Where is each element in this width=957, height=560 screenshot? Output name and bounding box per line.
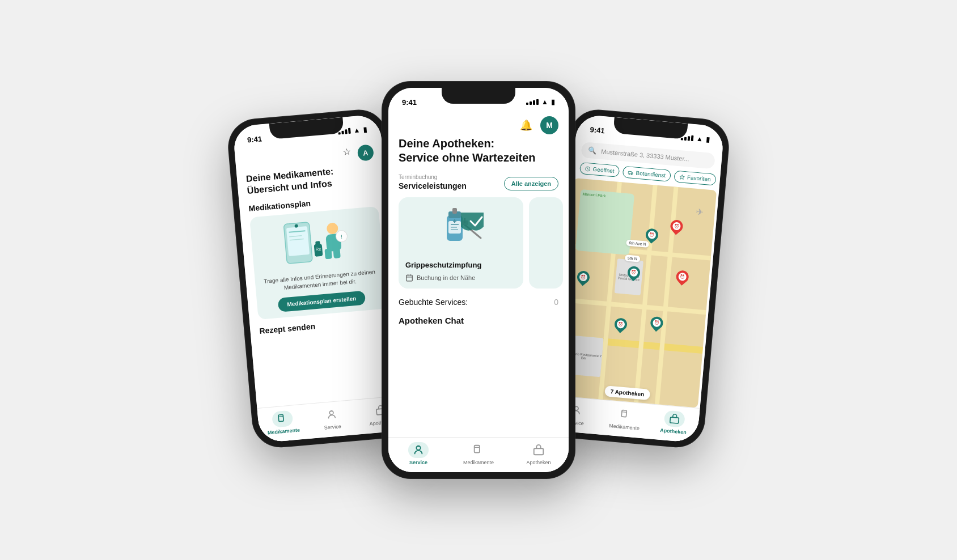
service-cards-row: Grippeschutzimpfung Buchung in der Nähe [388, 197, 569, 289]
phones-container: 9:41 ▲ ▮ ☆ [223, 82, 734, 478]
svg-rect-11 [315, 241, 320, 246]
svg-point-46 [574, 406, 578, 410]
right-screen: 9:41 ▲ ▮ 🔍 Musterst [550, 114, 725, 443]
svg-marker-45 [680, 175, 685, 180]
nav-service-left[interactable]: Service [314, 405, 350, 431]
star-icon-filter [679, 174, 685, 180]
medi-illustration: Rx ! [256, 212, 378, 273]
apotheken-chat-label: Apotheken Chat [388, 311, 569, 330]
clock-icon [585, 166, 591, 172]
nav-medikamente-left[interactable]: Medikamente [265, 409, 300, 435]
map-pin-2[interactable]: ⏰ [612, 315, 630, 333]
nav-apotheken-label-right: Apotheken [660, 427, 687, 435]
location-arrow-icon[interactable]: ✈ [696, 206, 704, 218]
nav-medikamente-center[interactable]: Medikamente [461, 442, 496, 465]
search-text-right: Musterstraße 3, 33333 Muster... [601, 148, 689, 163]
grippeschutz-image [405, 204, 516, 255]
svg-rect-38 [475, 446, 480, 453]
bottom-nav-center: Service Medikamente [388, 437, 569, 472]
status-icons-right: ▲ ▮ [681, 133, 710, 143]
svg-point-6 [326, 222, 338, 235]
center-header: 🔔 M [388, 113, 569, 137]
apotheken-count: 7 Apotheken [604, 385, 650, 400]
grippeschutz-location: Buchung in der Nähe [417, 274, 475, 281]
svg-text:Rx: Rx [315, 247, 321, 252]
map-pin-1[interactable]: ⏰ [575, 268, 592, 286]
nav-apotheken-label-center: Apotheken [526, 460, 551, 465]
svg-point-43 [629, 173, 630, 175]
svg-rect-40 [534, 448, 544, 455]
svg-line-48 [622, 412, 626, 413]
center-phone: 9:41 ▲ ▮ 🔔 [382, 82, 575, 478]
svg-rect-9 [333, 248, 341, 258]
medikationsplan-button[interactable]: Medikationsplan erstellen [277, 290, 366, 312]
gebuchte-label: Gebuchte Services: [399, 298, 468, 307]
nav-medikamente-label-center: Medikamente [463, 460, 494, 465]
terminbuchung-label: Terminbuchung [399, 174, 467, 180]
wifi-right: ▲ [696, 135, 704, 143]
svg-rect-15 [278, 414, 283, 421]
nav-medikamente-right[interactable]: Medikamente [607, 405, 643, 431]
star-icon[interactable]: ☆ [342, 146, 352, 163]
svg-rect-32 [406, 275, 413, 281]
svg-rect-49 [670, 417, 679, 423]
medikationsplan-card: Rx ! Trage alle Infos und Erinnerungen z… [249, 206, 387, 319]
nav-service-label-left: Service [324, 423, 341, 431]
avatar-center[interactable]: M [540, 116, 558, 134]
battery-left: ▮ [363, 125, 367, 134]
search-icon-right: 🔍 [588, 146, 597, 155]
svg-rect-1 [286, 226, 310, 256]
center-title: Deine Apotheken:Service ohne Wartezeiten [388, 137, 569, 174]
nav-medikamente-label-right: Medikamente [609, 423, 640, 431]
calendar-icon [405, 274, 413, 282]
road-label-2: 5th N [625, 254, 641, 262]
signal-center [526, 99, 539, 105]
nav-service-label-center: Service [409, 460, 427, 465]
svg-point-44 [631, 173, 632, 175]
serviceleistungen-label: Serviceleistungen [399, 181, 467, 190]
time-left: 9:41 [247, 134, 262, 144]
wifi-left: ▲ [353, 126, 361, 134]
delivery-icon [628, 169, 634, 176]
svg-rect-42 [628, 171, 632, 174]
nav-medikamente-label-left: Medikamente [268, 427, 300, 435]
time-right: 9:41 [590, 125, 605, 135]
filter-favoriten[interactable]: Favoriten [674, 170, 716, 185]
wifi-center: ▲ [541, 98, 548, 106]
svg-rect-22 [452, 208, 457, 214]
gebuchte-row: Gebuchte Services: 0 [388, 289, 569, 311]
filter-botendienst[interactable]: Botendienst [623, 166, 671, 181]
alle-anzeigen-button[interactable]: Alle anzeigen [504, 177, 558, 190]
gebuchte-count: 0 [554, 298, 558, 307]
nav-apotheken-center[interactable]: Apotheken [522, 442, 556, 465]
svg-line-16 [279, 417, 283, 417]
notch-center [442, 88, 515, 104]
svg-rect-47 [621, 410, 626, 417]
battery-center: ▮ [551, 98, 555, 106]
avatar-left[interactable]: A [357, 144, 374, 161]
service-card-2 [529, 197, 563, 289]
service-card-grippeschutz[interactable]: Grippeschutzimpfung Buchung in der Nähe [399, 197, 523, 289]
grippeschutz-sub: Buchung in der Nähe [405, 274, 516, 282]
status-icons-left: ▲ ▮ [338, 125, 367, 135]
nav-apotheken-right[interactable]: Apotheken [656, 409, 692, 435]
center-screen: 9:41 ▲ ▮ 🔔 [388, 88, 569, 472]
postal-building: United States Postal Service [615, 258, 643, 295]
status-icons-center: ▲ ▮ [526, 98, 555, 106]
map-pin-red-2[interactable]: ⏰ [674, 268, 691, 286]
time-center: 9:41 [402, 98, 417, 107]
battery-right: ▮ [705, 135, 710, 144]
service-section-header: Terminbuchung Serviceleistungen Alle anz… [388, 174, 569, 197]
marconi-park: Marconi Park [575, 189, 635, 255]
map-area[interactable]: Marconi Park United States Postal Servic… [556, 178, 717, 408]
svg-rect-8 [324, 248, 332, 259]
grippeschutz-title: Grippeschutzimpfung [405, 261, 516, 269]
filter-geöffnet[interactable]: Geöffnet [579, 162, 620, 177]
nav-service-center[interactable]: Service [401, 442, 435, 465]
left-screen: 9:41 ▲ ▮ ☆ [232, 114, 407, 443]
bell-icon[interactable]: 🔔 [520, 119, 532, 131]
